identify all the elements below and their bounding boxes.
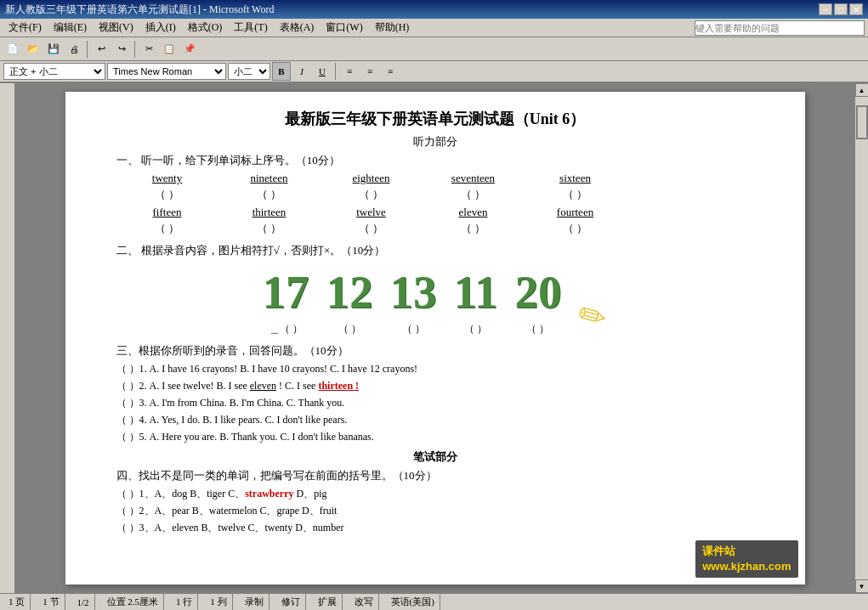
menu-format[interactable]: 格式(O) [183, 19, 228, 37]
status-line: 1 行 [171, 594, 198, 610]
word-nineteen: nineteen [250, 172, 287, 185]
undo-button[interactable]: ↩ [92, 40, 111, 59]
q4-item-3: （ ）3、A、eleven B、twelve C、twenty D、number [116, 521, 754, 535]
standard-toolbar: 📄 📂 💾 🖨 ↩ ↪ ✂ 📋 📌 [0, 37, 868, 61]
watermark-line2: www.kjzhan.com [702, 559, 791, 574]
open-button[interactable]: 📂 [24, 40, 43, 59]
right-scrollbar: ▲ ▼ [854, 83, 868, 593]
save-button[interactable]: 💾 [44, 40, 63, 59]
blank-twenty: （ ） [155, 187, 179, 202]
word-item-eighteen: eighteen （ ） [338, 172, 406, 202]
num-item-11: 11 （ ） [454, 265, 498, 336]
separator2 [134, 41, 136, 58]
num-17-display: 17 [263, 265, 309, 319]
q4-item-2: （ ）2、A、pear B、watermelon C、grape D、fruit [116, 504, 754, 518]
copy-button[interactable]: 📋 [160, 40, 179, 59]
q2-header: 二、 根据录音内容，图片相符打√，否则打×。（10分） [116, 243, 754, 258]
word-eighteen: eighteen [352, 172, 389, 185]
word-item-seventeen: seventeen （ ） [440, 172, 508, 202]
size-select[interactable]: 小二 [228, 63, 270, 80]
help-search-input[interactable] [695, 20, 865, 36]
num-20-display: 20 [514, 265, 561, 319]
bold-button[interactable]: B [272, 62, 291, 81]
status-modify: 修订 [276, 594, 306, 610]
menu-edit[interactable]: 编辑(E) [48, 19, 92, 37]
word-item-eleven: eleven （ ） [440, 206, 508, 236]
cut-button[interactable]: ✂ [139, 40, 158, 59]
underline-button[interactable]: U [313, 62, 332, 81]
thirteen-highlight: thirteen ! [318, 380, 359, 392]
maximize-button[interactable]: □ [834, 3, 848, 15]
num-12-display: 12 [326, 265, 373, 319]
word-fourteen: fourteen [557, 206, 593, 219]
word-item-thirteen: thirteen （ ） [235, 206, 304, 236]
italic-button[interactable]: I [292, 62, 311, 81]
word-eleven: eleven [459, 206, 488, 219]
print-button[interactable]: 🖨 [65, 40, 83, 59]
status-extend: 扩展 [313, 594, 343, 610]
q1-header: 一、 听一听，给下列单词标上序号。（10分） [116, 153, 754, 168]
align-center-button[interactable]: ≡ [360, 62, 379, 81]
window-title: 新人教版三年级下册英语第六单元测试题[1] - Microsoft Word [5, 3, 274, 17]
menu-window[interactable]: 窗口(W) [321, 19, 367, 37]
q3-item-3: （ ）3. A. I'm from China. B. I'm China. C… [116, 396, 754, 410]
scroll-thumb[interactable] [856, 105, 868, 139]
blank-12: （ ） [338, 322, 361, 336]
scroll-track [855, 97, 868, 579]
q3-item-5: （ ）5. A. Here you are. B. Thank you. C. … [116, 430, 754, 444]
main-area: 最新版三年级下册英语单元测试题（Unit 6） 听力部分 一、 听一听，给下列单… [0, 83, 868, 593]
pencil-icon: ✏ [574, 293, 612, 339]
menu-insert[interactable]: 插入(I) [140, 19, 181, 37]
status-pages: 1/2 [72, 594, 95, 610]
num-item-12: 12 （ ） [326, 265, 373, 336]
menu-tools[interactable]: 工具(T) [229, 19, 272, 37]
status-col: 1 列 [205, 594, 232, 610]
redo-button[interactable]: ↪ [112, 40, 131, 59]
word-seventeen: seventeen [451, 172, 495, 185]
blank-sixteen: （ ） [563, 187, 587, 202]
word-twelve: twelve [356, 206, 386, 219]
word-item-fourteen: fourteen （ ） [542, 206, 610, 236]
blank-thirteen: （ ） [257, 221, 281, 236]
num-11-display: 11 [454, 265, 498, 319]
q3-item-4: （ ）4. A. Yes, I do. B. I like pears. C. … [116, 413, 754, 427]
status-page: 1 页 [3, 594, 31, 610]
num-item-20: 20 （ ） [514, 265, 561, 336]
num-13-display: 13 [390, 265, 437, 319]
word-sixteen: sixteen [559, 172, 591, 185]
new-button[interactable]: 📄 [3, 40, 22, 59]
menu-help[interactable]: 帮助(H) [370, 19, 415, 37]
style-select[interactable]: 正文 + 小二 [3, 63, 105, 80]
align-right-button[interactable]: ≡ [381, 62, 400, 81]
menu-table[interactable]: 表格(A) [275, 19, 320, 37]
menu-view[interactable]: 视图(V) [94, 19, 139, 37]
align-left-button[interactable]: ≡ [340, 62, 359, 81]
separator3 [335, 63, 337, 80]
font-select[interactable]: Times New Roman [107, 63, 226, 80]
writing-section-title: 笔试部分 [116, 449, 754, 465]
word-page: 最新版三年级下册英语单元测试题（Unit 6） 听力部分 一、 听一听，给下列单… [65, 92, 805, 585]
word-item-twelve: twelve （ ） [338, 206, 406, 236]
close-button[interactable]: ✕ [849, 3, 863, 15]
minimize-button[interactable]: ─ [819, 3, 832, 15]
q2-numbers-row: 17 ＿（ ） 12 （ ） 13 （ ） 11 （ ） 20 [116, 265, 754, 336]
blank-17: ＿（ ） [269, 322, 303, 336]
status-overwrite: 改写 [349, 594, 379, 610]
strawberry-text: strawberry [245, 488, 293, 500]
left-sidebar [0, 83, 15, 593]
doc-title: 最新版三年级下册英语单元测试题（Unit 6） [116, 109, 754, 129]
scroll-down-button[interactable]: ▼ [855, 579, 869, 593]
q3-item-2: （ ）2. A. I see twelve! B. I see eleven !… [116, 379, 754, 393]
q4-header: 四、找出不是同一类的单词，把编号写在前面的括号里。（10分） [116, 468, 754, 483]
word-twenty: twenty [152, 172, 182, 185]
word-thirteen: thirteen [252, 206, 286, 219]
format-toolbar: 正文 + 小二 Times New Roman 小二 B I U ≡ ≡ ≡ [0, 61, 868, 83]
menu-file[interactable]: 文件(F) [3, 19, 47, 37]
section1-title: 听力部分 [116, 134, 754, 150]
scroll-up-button[interactable]: ▲ [855, 83, 869, 97]
status-position: 位置 2.5厘米 [102, 594, 165, 610]
word-item-twenty: twenty （ ） [133, 172, 201, 202]
word-fifteen: fifteen [153, 206, 182, 219]
blank-fifteen: （ ） [155, 221, 179, 236]
paste-button[interactable]: 📌 [180, 40, 199, 59]
